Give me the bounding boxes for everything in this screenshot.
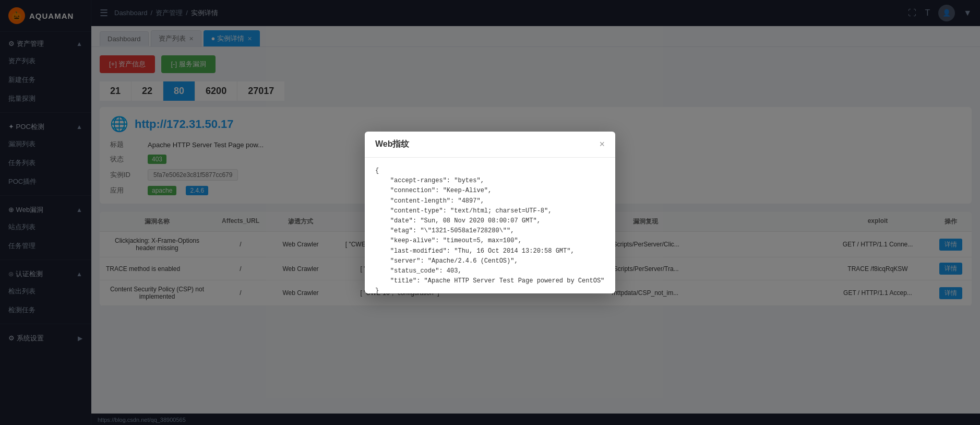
modal-code-content: { "accept-ranges": "bytes", "connection"… — [375, 166, 605, 293]
modal-body: { "accept-ranges": "bytes", "connection"… — [365, 158, 615, 293]
modal-header: Web指纹 × — [365, 132, 615, 158]
close-icon[interactable]: × — [599, 139, 605, 150]
modal-overlay[interactable]: Web指纹 × { "accept-ranges": "bytes", "con… — [0, 0, 980, 425]
modal-title: Web指纹 — [375, 139, 409, 150]
web-fingerprint-modal: Web指纹 × { "accept-ranges": "bytes", "con… — [365, 132, 615, 293]
